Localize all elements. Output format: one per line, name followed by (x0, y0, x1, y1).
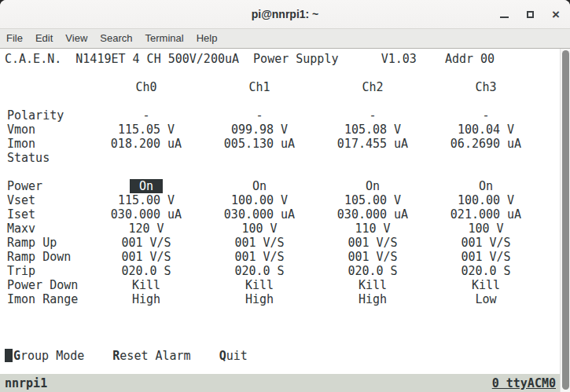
ramp-up-ch0[interactable]: 001 V/S (90, 236, 203, 250)
imon-ch1: 005.130 uA (203, 137, 316, 151)
screen-window-label: 0 ttyACM0 (492, 376, 556, 390)
ramp-up-ch3[interactable]: 001 V/S (429, 236, 542, 250)
vmon-ch1: 099.98 V (203, 123, 316, 137)
imon-range-ch2[interactable]: High (316, 292, 429, 306)
table-row-imon: Imon 018.200 uA 005.130 uA 017.455 uA 06… (5, 137, 560, 151)
titlebar[interactable]: pi@nnrpi1: ~ × (0, 0, 570, 29)
menu-search[interactable]: Search (94, 29, 138, 48)
imon-range-ch0[interactable]: High (90, 292, 203, 306)
power-down-ch1[interactable]: Kill (203, 278, 316, 292)
text-cursor (5, 349, 13, 362)
maxv-ch3[interactable]: 100 V (429, 222, 542, 236)
row-label: Maxv (5, 222, 90, 236)
terminal-screen[interactable]: C.A.E.N. N1419ET 4 CH 500V/200uA Power S… (0, 49, 570, 374)
vset-ch1[interactable]: 100.00 V (203, 193, 316, 207)
channel-header-row: Ch0 Ch1 Ch2 Ch3 (5, 80, 560, 94)
row-label: Trip (5, 264, 90, 278)
menu-edit[interactable]: Edit (29, 29, 59, 48)
status-ch3 (429, 151, 542, 165)
power-ch3[interactable]: On (429, 179, 542, 193)
polarity-ch1: - (203, 108, 316, 123)
row-label: Ramp Up (5, 236, 90, 250)
ramp-down-ch0[interactable]: 001 V/S (90, 250, 203, 264)
vset-ch3[interactable]: 100.00 V (429, 193, 542, 207)
trip-ch0[interactable]: 020.0 S (90, 264, 203, 278)
ramp-down-ch2[interactable]: 001 V/S (316, 250, 429, 264)
ramp-up-ch1[interactable]: 001 V/S (203, 236, 316, 250)
menubar: File Edit View Search Terminal Help (0, 29, 570, 49)
channel-header-ch0: Ch0 (90, 80, 203, 94)
ramp-down-ch3[interactable]: 001 V/S (429, 250, 542, 264)
window-controls: × (498, 0, 562, 29)
menu-file[interactable]: File (0, 29, 29, 48)
status-ch2 (316, 151, 429, 165)
iset-ch0[interactable]: 030.000 uA (90, 207, 203, 222)
power-ch0[interactable]: On (90, 179, 203, 193)
scrollbar[interactable] (560, 49, 570, 392)
table-row-power-down: Power Down Kill Kill Kill Kill (5, 278, 560, 292)
row-label: Vset (5, 193, 90, 207)
iset-ch1[interactable]: 030.000 uA (203, 207, 316, 222)
power-down-ch0[interactable]: Kill (90, 278, 203, 292)
vmon-ch2: 105.08 V (316, 123, 429, 137)
polarity-ch3: - (429, 108, 542, 123)
close-button[interactable]: × (550, 9, 562, 21)
row-label: Power Down (5, 278, 90, 292)
screen-status-bar: nnrpi1 0 ttyACM0 (0, 374, 570, 392)
iset-ch3[interactable]: 021.000 uA (429, 207, 542, 222)
vmon-ch0: 115.05 V (90, 123, 203, 137)
maxv-ch2[interactable]: 110 V (316, 222, 429, 236)
table-row-status: Status (5, 151, 560, 165)
minimize-icon (500, 16, 509, 18)
menu-terminal[interactable]: Terminal (139, 29, 190, 48)
imon-range-ch3[interactable]: Low (429, 292, 542, 306)
channel-header-ch2: Ch2 (316, 80, 429, 94)
maxv-ch0[interactable]: 120 V (90, 222, 203, 236)
row-label (5, 80, 90, 94)
scrollbar-thumb[interactable] (562, 50, 569, 390)
menu-view[interactable]: View (59, 29, 94, 48)
power-down-ch2[interactable]: Kill (316, 278, 429, 292)
group-mode-command[interactable]: Group Mode (13, 349, 84, 363)
selected-field[interactable]: On (130, 179, 163, 193)
close-icon: × (552, 9, 560, 21)
power-ch1[interactable]: On (203, 179, 316, 193)
power-ch2[interactable]: On (316, 179, 429, 193)
row-label: Iset (5, 207, 90, 222)
imon-range-ch1[interactable]: High (203, 292, 316, 306)
row-label: Status (5, 151, 90, 165)
channel-header-ch3: Ch3 (429, 80, 542, 94)
vset-ch2[interactable]: 105.00 V (316, 193, 429, 207)
trip-ch2[interactable]: 020.0 S (316, 264, 429, 278)
reset-alarm-command[interactable]: Reset Alarm (112, 349, 190, 363)
channel-header-ch1: Ch1 (203, 80, 316, 94)
table-row-polarity: Polarity - - - - (5, 108, 560, 123)
vmon-ch3: 100.04 V (429, 123, 542, 137)
maxv-ch1[interactable]: 100 V (203, 222, 316, 236)
trip-ch3[interactable]: 020.0 S (429, 264, 542, 278)
hostname-label: nnrpi1 (5, 376, 47, 390)
minimize-button[interactable] (498, 9, 510, 21)
ramp-up-ch2[interactable]: 001 V/S (316, 236, 429, 250)
row-label: Ramp Down (5, 250, 90, 264)
polarity-ch0: - (90, 108, 203, 123)
iset-ch2[interactable]: 030.000 uA (316, 207, 429, 222)
menu-help[interactable]: Help (190, 29, 224, 48)
quit-command[interactable]: Quit (219, 349, 248, 363)
row-label: Imon Range (5, 292, 90, 306)
ramp-down-ch1[interactable]: 001 V/S (203, 250, 316, 264)
table-row-maxv: Maxv 120 V 100 V 110 V 100 V (5, 222, 560, 236)
table-row-trip: Trip 020.0 S 020.0 S 020.0 S 020.0 S (5, 264, 560, 278)
imon-ch0: 018.200 uA (90, 137, 203, 151)
maximize-button[interactable] (524, 9, 536, 21)
row-label: Vmon (5, 123, 90, 137)
table-row-ramp-down: Ramp Down 001 V/S 001 V/S 001 V/S 001 V/… (5, 250, 560, 264)
vset-ch0[interactable]: 115.00 V (90, 193, 203, 207)
status-ch0 (90, 151, 203, 165)
power-down-ch3[interactable]: Kill (429, 278, 542, 292)
table-row-ramp-up: Ramp Up 001 V/S 001 V/S 001 V/S 001 V/S (5, 236, 560, 250)
device-header: C.A.E.N. N1419ET 4 CH 500V/200uA Power S… (5, 52, 560, 66)
imon-ch3: 06.2690 uA (429, 137, 542, 151)
polarity-ch2: - (316, 108, 429, 123)
trip-ch1[interactable]: 020.0 S (203, 264, 316, 278)
